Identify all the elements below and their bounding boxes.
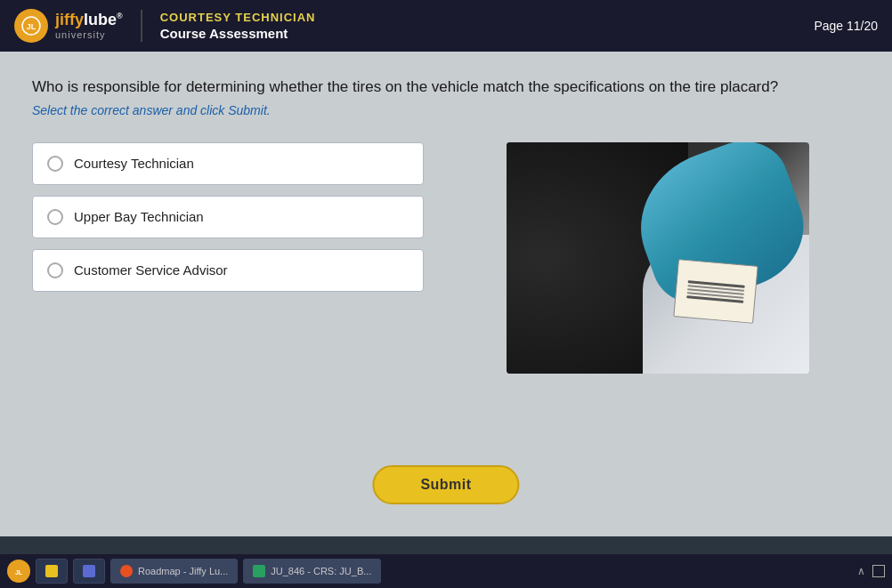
- logo-area: JL jiffylube® university: [14, 9, 123, 43]
- logo-university: university: [55, 29, 123, 40]
- tire-image-area: [456, 142, 860, 374]
- taskbar-roadmap-btn[interactable]: Roadmap - Jiffy Lu...: [110, 559, 238, 584]
- taskbar-right: ∧: [857, 565, 885, 577]
- taskbar-file-explorer[interactable]: [36, 559, 68, 584]
- submit-button[interactable]: Submit: [372, 465, 519, 504]
- answer-option-3[interactable]: Customer Service Advisor: [32, 249, 424, 292]
- radio-1: [47, 156, 63, 172]
- file-icon: [45, 565, 58, 577]
- taskbar: JL Roadmap - Jiffy Lu... JU_846 - CRS: J…: [0, 554, 892, 588]
- tire-placard-image: [507, 142, 809, 374]
- course-subtitle: Course Assessment: [160, 26, 316, 41]
- taskbar-logo: JL: [7, 560, 30, 583]
- content-row: Courtesy Technician Upper Bay Technician…: [32, 142, 860, 374]
- taskbar-square: [872, 565, 885, 577]
- taskbar-teams[interactable]: [73, 559, 105, 584]
- submit-area: Submit: [372, 465, 519, 504]
- logo-text: jiffylube® university: [55, 12, 123, 40]
- question-text: Who is responsible for determining wheth…: [32, 77, 815, 98]
- header-left: JL jiffylube® university COURTESY TECHNI…: [14, 9, 315, 43]
- svg-text:JL: JL: [27, 22, 36, 31]
- header-course-info: COURTESY TECHNICIAN Course Assessment: [160, 11, 316, 41]
- answer-label-1: Courtesy Technician: [74, 156, 194, 171]
- answer-option-1[interactable]: Courtesy Technician: [32, 142, 424, 185]
- taskbar-roadmap-label: Roadmap - Jiffy Lu...: [138, 566, 228, 576]
- taskbar-arrow: ∧: [857, 565, 865, 577]
- logo-name: jiffylube®: [55, 12, 123, 29]
- svg-text:JL: JL: [15, 569, 23, 576]
- instruction-text: Select the correct answer and click Subm…: [32, 103, 860, 117]
- answers-column: Courtesy Technician Upper Bay Technician…: [32, 142, 424, 292]
- answer-option-2[interactable]: Upper Bay Technician: [32, 196, 424, 238]
- main-content: Who is responsible for determining wheth…: [0, 52, 892, 536]
- header: JL jiffylube® university COURTESY TECHNI…: [0, 0, 892, 52]
- radio-2: [47, 209, 63, 225]
- page-indicator: Page 11/20: [814, 19, 878, 33]
- radio-3: [47, 262, 63, 278]
- roadmap-icon: [120, 565, 133, 577]
- course-icon: [253, 565, 265, 577]
- course-title: COURTESY TECHNICIAN: [160, 11, 316, 24]
- teams-icon: [83, 565, 95, 577]
- taskbar-course-btn[interactable]: JU_846 - CRS: JU_B...: [243, 559, 381, 584]
- taskbar-course-label: JU_846 - CRS: JU_B...: [271, 566, 371, 576]
- answer-label-2: Upper Bay Technician: [74, 209, 204, 224]
- answer-label-3: Customer Service Advisor: [74, 262, 228, 278]
- tire-placard: [673, 259, 758, 324]
- logo-icon: JL: [14, 9, 48, 43]
- header-divider: [141, 10, 142, 42]
